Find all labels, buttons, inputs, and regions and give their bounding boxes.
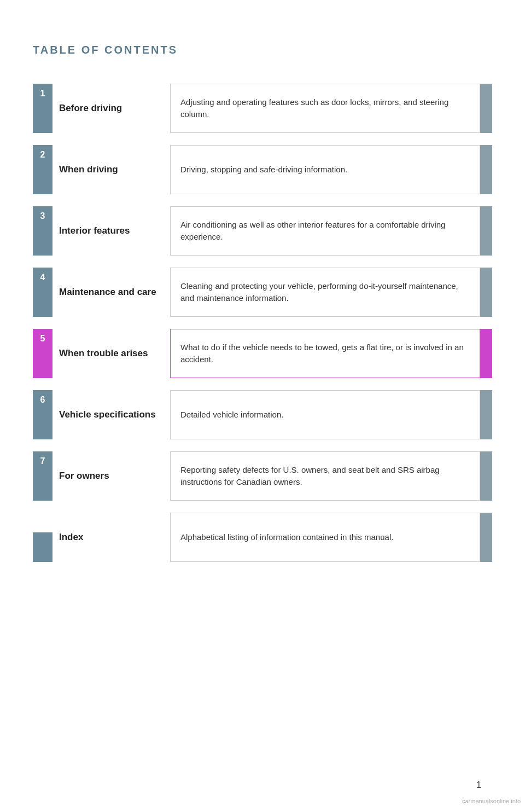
entry-desc-col-when-trouble-arises: What to do if the vehicle needs to be to… [170,329,480,378]
entry-title-for-owners: For owners [59,470,109,482]
entry-title-when-trouble-arises: When trouble arises [59,347,148,359]
entry-title-before-driving: Before driving [59,102,122,114]
entry-title-col-index: Index [52,513,170,562]
entry-right-bar-index [480,513,492,562]
entry-title-col-maintenance-and-care: Maintenance and care [52,268,170,317]
entry-desc-interior-features: Air conditioning as well as other interi… [180,219,470,243]
entry-desc-col-vehicle-specifications: Detailed vehicle information. [170,390,480,439]
toc-entry-vehicle-specifications: 6 Vehicle specifications Detailed vehicl… [33,390,492,439]
entry-right-bar-when-driving [480,145,492,194]
entry-desc-when-driving: Driving, stopping and safe-driving infor… [180,164,347,176]
entry-number-when-driving: 2 [33,145,52,165]
toc-entry-interior-features: 3 Interior features Air conditioning as … [33,206,492,256]
entry-title-col-when-trouble-arises: When trouble arises [52,329,170,378]
entry-right-bar-vehicle-specifications [480,390,492,439]
toc-title: TABLE OF CONTENTS [33,44,492,56]
entry-title-col-interior-features: Interior features [52,206,170,256]
watermark: carmanualsonline.info [458,796,525,807]
entry-desc-vehicle-specifications: Detailed vehicle information. [180,409,283,421]
entry-right-bar-maintenance-and-care [480,268,492,317]
entry-title-when-driving: When driving [59,164,118,176]
entry-title-interior-features: Interior features [59,225,130,237]
entry-desc-before-driving: Adjusting and operating features such as… [180,96,470,121]
entry-desc-col-index: Alphabetical listing of information cont… [170,513,480,562]
entry-right-bar-interior-features [480,206,492,256]
toc-entries: 1 Before driving Adjusting and operating… [33,84,492,562]
toc-entry-maintenance-and-care: 4 Maintenance and care Cleaning and prot… [33,268,492,317]
toc-entry-for-owners: 7 For owners Reporting safety defects fo… [33,451,492,501]
entry-title-index: Index [59,531,83,543]
entry-right-bar-before-driving [480,84,492,133]
entry-title-col-when-driving: When driving [52,145,170,194]
entry-desc-maintenance-and-care: Cleaning and protecting your vehicle, pe… [180,280,470,305]
entry-desc-col-maintenance-and-care: Cleaning and protecting your vehicle, pe… [170,268,480,317]
entry-number-maintenance-and-care: 4 [33,268,52,287]
page: TABLE OF CONTENTS 1 Before driving Adjus… [0,0,525,812]
entry-right-bar-when-trouble-arises [480,329,492,378]
entry-desc-for-owners: Reporting safety defects for U.S. owners… [180,464,470,489]
entry-number-interior-features: 3 [33,206,52,226]
entry-title-col-for-owners: For owners [52,451,170,501]
entry-title-col-before-driving: Before driving [52,84,170,133]
entry-right-bar-for-owners [480,451,492,501]
entry-number-before-driving: 1 [33,84,52,103]
entry-number-when-trouble-arises: 5 [33,329,52,349]
entry-number-for-owners: 7 [33,451,52,471]
toc-entry-before-driving: 1 Before driving Adjusting and operating… [33,84,492,133]
entry-desc-col-before-driving: Adjusting and operating features such as… [170,84,480,133]
page-number: 1 [476,780,481,790]
toc-entry-index: Index Alphabetical listing of informatio… [33,513,492,562]
toc-entry-when-driving: 2 When driving Driving, stopping and saf… [33,145,492,194]
entry-desc-col-interior-features: Air conditioning as well as other interi… [170,206,480,256]
entry-desc-index: Alphabetical listing of information cont… [180,531,393,544]
entry-title-vehicle-specifications: Vehicle specifications [59,409,156,421]
entry-desc-when-trouble-arises: What to do if the vehicle needs to be to… [180,341,470,366]
entry-desc-col-for-owners: Reporting safety defects for U.S. owners… [170,451,480,501]
entry-title-col-vehicle-specifications: Vehicle specifications [52,390,170,439]
entry-desc-col-when-driving: Driving, stopping and safe-driving infor… [170,145,480,194]
entry-title-maintenance-and-care: Maintenance and care [59,286,156,298]
entry-number-vehicle-specifications: 6 [33,390,52,410]
toc-entry-when-trouble-arises: 5 When trouble arises What to do if the … [33,329,492,378]
